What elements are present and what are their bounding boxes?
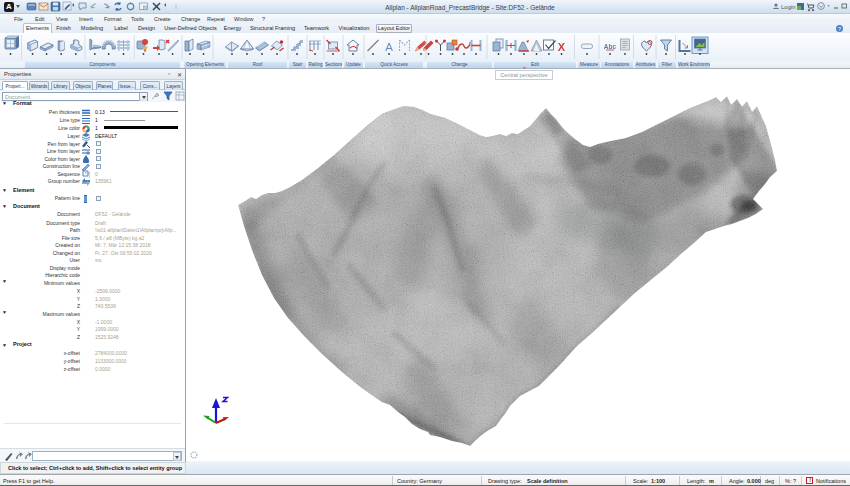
svg-text:A: A [385,41,393,53]
svg-text:X: X [558,41,566,53]
svg-text:Abc: Abc [604,43,617,50]
